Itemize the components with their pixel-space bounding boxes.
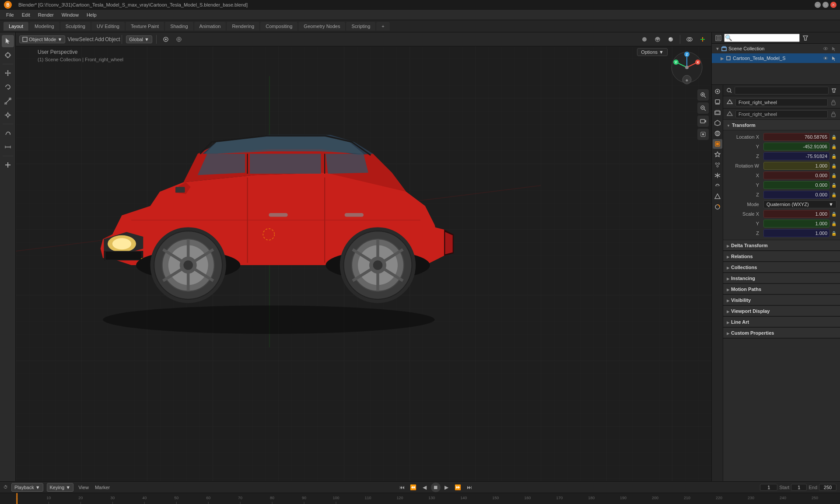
tab-compositing[interactable]: Compositing bbox=[260, 22, 298, 31]
select-tool-button[interactable] bbox=[2, 35, 14, 47]
lock-loc-y-icon[interactable]: 🔒 bbox=[831, 144, 836, 149]
rotation-x-value[interactable]: 0.000 bbox=[763, 172, 830, 179]
lock-scale-x-icon[interactable]: 🔒 bbox=[831, 212, 836, 217]
menu-render[interactable]: Render bbox=[35, 11, 57, 18]
maximize-button[interactable]: □ bbox=[822, 2, 829, 8]
tab-animation[interactable]: Animation bbox=[194, 22, 226, 31]
current-frame-input[interactable] bbox=[760, 484, 777, 491]
keying-dropdown[interactable]: Keying ▼ bbox=[47, 483, 74, 492]
viewport-options-button[interactable]: Options ▼ bbox=[637, 48, 668, 56]
viewport-shading-material-btn[interactable] bbox=[652, 34, 663, 45]
gizmo-btn[interactable] bbox=[697, 34, 708, 45]
lock-scale-y-icon[interactable]: 🔒 bbox=[831, 221, 836, 226]
move-tool-button[interactable] bbox=[2, 67, 14, 79]
physics-props-icon[interactable] bbox=[713, 171, 722, 180]
scene-collection-item[interactable]: ▼ Scene Collection bbox=[712, 44, 840, 53]
lock-rot-w-icon[interactable]: 🔒 bbox=[831, 164, 836, 168]
visibility-eye-icon[interactable] bbox=[823, 46, 828, 51]
rotation-w-value[interactable]: 1.000 bbox=[763, 162, 830, 170]
tab-uv-editing[interactable]: UV Editing bbox=[91, 22, 125, 31]
object-mode-dropdown[interactable]: Object Mode ▼ bbox=[19, 35, 65, 43]
delta-transform-header[interactable]: Delta Transform bbox=[723, 240, 840, 251]
particles-props-icon[interactable] bbox=[713, 160, 722, 170]
menu-window[interactable]: Window bbox=[58, 11, 82, 18]
select-icon[interactable] bbox=[831, 46, 836, 51]
annotate-tool-button[interactable] bbox=[2, 127, 14, 139]
jump-end-button[interactable]: ⏭ bbox=[464, 482, 475, 493]
viewport[interactable]: Object Mode ▼ View Select Add Object Glo… bbox=[16, 32, 711, 481]
zoom-out-button[interactable] bbox=[697, 102, 709, 114]
navigation-gizmo[interactable]: X Y Z ⊕ bbox=[669, 50, 704, 85]
object-name-lock-icon[interactable] bbox=[830, 99, 836, 105]
play-back-button[interactable]: ◀ bbox=[420, 482, 430, 493]
viewport-global-dropdown[interactable]: Global ▼ bbox=[126, 35, 152, 43]
camera-view-button[interactable] bbox=[697, 116, 709, 127]
step-back-button[interactable]: ⏪ bbox=[408, 482, 419, 493]
scale-tool-button[interactable] bbox=[2, 95, 14, 107]
viewport-shading-rendered-btn[interactable] bbox=[665, 34, 676, 45]
overlay-btn[interactable] bbox=[684, 34, 695, 45]
scene-props-icon[interactable] bbox=[713, 118, 722, 128]
close-button[interactable]: ✕ bbox=[830, 2, 836, 8]
tesla-model-item[interactable]: ▶ Cartoon_Tesla_Model_S bbox=[712, 53, 840, 63]
scale-y-value[interactable]: 1.000 bbox=[763, 220, 830, 228]
visibility-header[interactable]: Visibility bbox=[723, 295, 840, 305]
timeline-marker-btn[interactable]: Marker bbox=[94, 482, 111, 493]
tab-add[interactable]: + bbox=[376, 22, 389, 31]
instancing-header[interactable]: Instancing bbox=[723, 273, 840, 284]
location-y-value[interactable]: -452.91006 bbox=[763, 143, 830, 150]
stop-button[interactable]: ⏹ bbox=[431, 483, 441, 492]
location-x-value[interactable]: 760.58765 bbox=[763, 133, 830, 141]
material-props-icon[interactable] bbox=[713, 202, 722, 212]
scale-x-value[interactable]: 1.000 bbox=[763, 210, 830, 218]
tab-layout[interactable]: Layout bbox=[4, 22, 28, 31]
scale-z-value[interactable]: 1.000 bbox=[763, 229, 830, 237]
cursor-tool-button[interactable] bbox=[2, 49, 14, 61]
transform-section-header[interactable]: Transform bbox=[723, 120, 840, 130]
end-frame-input[interactable] bbox=[819, 484, 836, 491]
rotation-z-value[interactable]: 0.000 bbox=[763, 191, 830, 199]
relations-header[interactable]: Relations bbox=[723, 251, 840, 262]
tab-sculpting[interactable]: Sculpting bbox=[60, 22, 91, 31]
viewport-add-menu[interactable]: Add bbox=[94, 34, 105, 45]
measure-tool-button[interactable] bbox=[2, 141, 14, 153]
viewport-view-menu[interactable]: View bbox=[68, 34, 78, 45]
proportional-icon-btn[interactable] bbox=[174, 34, 184, 45]
rotation-mode-dropdown[interactable]: Quaternion (WXYZ) ▼ bbox=[763, 200, 836, 208]
lock-rot-z-icon[interactable]: 🔒 bbox=[831, 192, 836, 197]
menu-file[interactable]: File bbox=[3, 11, 18, 18]
timeline-ruler[interactable]: 1 10 20 30 40 50 60 70 80 90 100 110 120… bbox=[0, 493, 840, 504]
props-search-input[interactable] bbox=[735, 87, 829, 94]
render-props-icon[interactable] bbox=[713, 87, 722, 96]
playback-dropdown[interactable]: Playback ▼ bbox=[11, 483, 43, 492]
object-name-input[interactable] bbox=[735, 98, 828, 106]
props-options-icon[interactable] bbox=[831, 88, 836, 93]
outliner-search-input[interactable] bbox=[724, 34, 800, 42]
modifier-props-icon[interactable] bbox=[713, 150, 722, 159]
lock-rot-x-icon[interactable]: 🔒 bbox=[831, 173, 836, 178]
lock-scale-z-icon[interactable]: 🔒 bbox=[831, 231, 836, 236]
timeline-view-btn[interactable]: View bbox=[77, 482, 90, 493]
minimize-button[interactable]: ─ bbox=[815, 2, 821, 8]
play-forward-button[interactable]: ▶ bbox=[441, 482, 452, 493]
location-z-value[interactable]: -75.91824 bbox=[763, 152, 830, 160]
item-eye-icon[interactable] bbox=[823, 56, 828, 61]
rotation-y-value[interactable]: 0.000 bbox=[763, 181, 830, 189]
add-object-button[interactable] bbox=[2, 159, 14, 171]
view-selected-button[interactable] bbox=[697, 129, 709, 140]
line-art-header[interactable]: Line Art bbox=[723, 317, 840, 327]
step-forward-button[interactable]: ⏩ bbox=[453, 482, 463, 493]
tab-scripting[interactable]: Scripting bbox=[346, 22, 375, 31]
lock-loc-z-icon[interactable]: 🔒 bbox=[831, 154, 836, 159]
menu-edit[interactable]: Edit bbox=[18, 11, 34, 18]
menu-help[interactable]: Help bbox=[83, 11, 100, 18]
rotate-tool-button[interactable] bbox=[2, 81, 14, 93]
viewport-object-menu[interactable]: Object bbox=[107, 34, 118, 45]
tab-texture-paint[interactable]: Texture Paint bbox=[126, 22, 164, 31]
viewport-display-header[interactable]: Viewport Display bbox=[723, 306, 840, 316]
transform-tool-button[interactable] bbox=[2, 109, 14, 121]
tab-geometry-nodes[interactable]: Geometry Nodes bbox=[298, 22, 345, 31]
world-props-icon[interactable] bbox=[713, 129, 722, 138]
tab-rendering[interactable]: Rendering bbox=[227, 22, 259, 31]
tab-shading[interactable]: Shading bbox=[165, 22, 193, 31]
